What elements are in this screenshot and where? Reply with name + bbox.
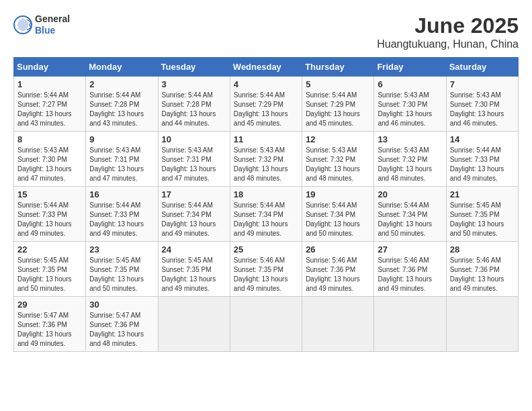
day-info: Sunrise: 5:43 AM Sunset: 7:30 PM Dayligh… <box>17 146 82 183</box>
calendar-cell: 22Sunrise: 5:45 AM Sunset: 7:35 PM Dayli… <box>14 242 86 297</box>
day-number: 2 <box>89 79 154 89</box>
day-number: 28 <box>450 244 515 255</box>
calendar-cell <box>302 297 374 352</box>
calendar-cell: 17Sunrise: 5:44 AM Sunset: 7:34 PM Dayli… <box>158 187 230 242</box>
day-number: 6 <box>378 79 442 89</box>
calendar-cell: 24Sunrise: 5:45 AM Sunset: 7:35 PM Dayli… <box>158 242 230 297</box>
calendar-cell: 9Sunrise: 5:43 AM Sunset: 7:31 PM Daylig… <box>86 132 158 187</box>
day-header-wednesday: Wednesday <box>230 58 302 77</box>
day-number: 24 <box>162 244 226 255</box>
day-info: Sunrise: 5:46 AM Sunset: 7:36 PM Dayligh… <box>378 256 442 293</box>
calendar-cell: 13Sunrise: 5:43 AM Sunset: 7:32 PM Dayli… <box>374 132 446 187</box>
logo-blue: Blue <box>35 25 70 36</box>
day-number: 12 <box>306 134 370 144</box>
calendar-cell <box>230 297 302 352</box>
day-number: 1 <box>17 79 82 89</box>
calendar-cell <box>158 297 230 352</box>
calendar-cell: 15Sunrise: 5:44 AM Sunset: 7:33 PM Dayli… <box>14 187 86 242</box>
day-number: 16 <box>89 189 154 199</box>
day-number: 26 <box>306 244 370 255</box>
calendar-cell: 12Sunrise: 5:43 AM Sunset: 7:32 PM Dayli… <box>302 132 374 187</box>
day-info: Sunrise: 5:46 AM Sunset: 7:35 PM Dayligh… <box>234 256 298 293</box>
day-number: 8 <box>17 134 82 144</box>
day-number: 11 <box>234 134 298 144</box>
day-info: Sunrise: 5:44 AM Sunset: 7:29 PM Dayligh… <box>234 91 298 128</box>
day-info: Sunrise: 5:45 AM Sunset: 7:35 PM Dayligh… <box>450 201 515 238</box>
calendar-week-2: 8Sunrise: 5:43 AM Sunset: 7:30 PM Daylig… <box>14 132 519 187</box>
calendar-cell: 11Sunrise: 5:43 AM Sunset: 7:32 PM Dayli… <box>230 132 302 187</box>
day-number: 10 <box>162 134 226 144</box>
day-number: 13 <box>378 134 442 144</box>
calendar-cell: 23Sunrise: 5:45 AM Sunset: 7:35 PM Dayli… <box>86 242 158 297</box>
title-area: June 2025 Huangtukuang, Hunan, China <box>377 13 519 50</box>
day-info: Sunrise: 5:44 AM Sunset: 7:34 PM Dayligh… <box>306 201 370 238</box>
day-info: Sunrise: 5:43 AM Sunset: 7:30 PM Dayligh… <box>378 91 442 128</box>
calendar-cell <box>374 297 446 352</box>
day-info: Sunrise: 5:43 AM Sunset: 7:32 PM Dayligh… <box>234 146 298 183</box>
calendar-cell: 30Sunrise: 5:47 AM Sunset: 7:36 PM Dayli… <box>86 297 158 352</box>
logo: General Blue <box>13 13 70 36</box>
calendar-cell: 21Sunrise: 5:45 AM Sunset: 7:35 PM Dayli… <box>446 187 518 242</box>
day-info: Sunrise: 5:44 AM Sunset: 7:28 PM Dayligh… <box>162 91 226 128</box>
calendar-cell: 18Sunrise: 5:44 AM Sunset: 7:34 PM Dayli… <box>230 187 302 242</box>
day-number: 7 <box>450 79 515 89</box>
calendar-cell: 1Sunrise: 5:44 AM Sunset: 7:27 PM Daylig… <box>14 77 86 132</box>
day-header-monday: Monday <box>86 58 158 77</box>
day-info: Sunrise: 5:45 AM Sunset: 7:35 PM Dayligh… <box>162 256 226 293</box>
day-info: Sunrise: 5:43 AM Sunset: 7:31 PM Dayligh… <box>89 146 154 183</box>
calendar-cell: 7Sunrise: 5:43 AM Sunset: 7:30 PM Daylig… <box>446 77 518 132</box>
calendar-week-3: 15Sunrise: 5:44 AM Sunset: 7:33 PM Dayli… <box>14 187 519 242</box>
calendar-table: SundayMondayTuesdayWednesdayThursdayFrid… <box>13 57 519 352</box>
calendar-cell: 8Sunrise: 5:43 AM Sunset: 7:30 PM Daylig… <box>14 132 86 187</box>
day-number: 20 <box>378 189 442 199</box>
calendar-cell: 2Sunrise: 5:44 AM Sunset: 7:28 PM Daylig… <box>86 77 158 132</box>
calendar-cell: 4Sunrise: 5:44 AM Sunset: 7:29 PM Daylig… <box>230 77 302 132</box>
day-number: 15 <box>17 189 82 199</box>
day-number: 21 <box>450 189 515 199</box>
calendar-cell: 25Sunrise: 5:46 AM Sunset: 7:35 PM Dayli… <box>230 242 302 297</box>
day-info: Sunrise: 5:44 AM Sunset: 7:34 PM Dayligh… <box>234 201 298 238</box>
day-info: Sunrise: 5:45 AM Sunset: 7:35 PM Dayligh… <box>89 256 154 293</box>
day-number: 17 <box>162 189 226 199</box>
day-info: Sunrise: 5:43 AM Sunset: 7:32 PM Dayligh… <box>306 146 370 183</box>
day-number: 29 <box>17 300 82 310</box>
calendar-cell: 27Sunrise: 5:46 AM Sunset: 7:36 PM Dayli… <box>374 242 446 297</box>
calendar-cell: 20Sunrise: 5:44 AM Sunset: 7:34 PM Dayli… <box>374 187 446 242</box>
day-number: 5 <box>306 79 370 89</box>
day-header-friday: Friday <box>374 58 446 77</box>
day-number: 23 <box>89 244 154 255</box>
day-number: 19 <box>306 189 370 199</box>
day-info: Sunrise: 5:45 AM Sunset: 7:35 PM Dayligh… <box>17 256 82 293</box>
calendar-cell: 28Sunrise: 5:46 AM Sunset: 7:36 PM Dayli… <box>446 242 518 297</box>
day-header-sunday: Sunday <box>14 58 86 77</box>
calendar-cell: 26Sunrise: 5:46 AM Sunset: 7:36 PM Dayli… <box>302 242 374 297</box>
day-info: Sunrise: 5:43 AM Sunset: 7:30 PM Dayligh… <box>450 91 515 128</box>
day-header-thursday: Thursday <box>302 58 374 77</box>
logo-icon <box>13 15 32 34</box>
day-number: 30 <box>89 300 154 310</box>
calendar-cell: 19Sunrise: 5:44 AM Sunset: 7:34 PM Dayli… <box>302 187 374 242</box>
day-info: Sunrise: 5:44 AM Sunset: 7:33 PM Dayligh… <box>17 201 82 238</box>
day-info: Sunrise: 5:44 AM Sunset: 7:33 PM Dayligh… <box>450 146 515 183</box>
day-number: 22 <box>17 244 82 255</box>
day-info: Sunrise: 5:44 AM Sunset: 7:33 PM Dayligh… <box>89 201 154 238</box>
day-header-row: SundayMondayTuesdayWednesdayThursdayFrid… <box>14 58 519 77</box>
calendar-title: June 2025 <box>377 13 519 38</box>
day-number: 4 <box>234 79 298 89</box>
calendar-cell: 3Sunrise: 5:44 AM Sunset: 7:28 PM Daylig… <box>158 77 230 132</box>
day-info: Sunrise: 5:44 AM Sunset: 7:34 PM Dayligh… <box>162 201 226 238</box>
calendar-cell: 6Sunrise: 5:43 AM Sunset: 7:30 PM Daylig… <box>374 77 446 132</box>
day-info: Sunrise: 5:44 AM Sunset: 7:34 PM Dayligh… <box>378 201 442 238</box>
day-info: Sunrise: 5:47 AM Sunset: 7:36 PM Dayligh… <box>17 311 82 349</box>
day-info: Sunrise: 5:43 AM Sunset: 7:31 PM Dayligh… <box>162 146 226 183</box>
day-number: 3 <box>162 79 226 89</box>
day-info: Sunrise: 5:44 AM Sunset: 7:28 PM Dayligh… <box>89 91 154 128</box>
day-info: Sunrise: 5:44 AM Sunset: 7:29 PM Dayligh… <box>306 91 370 128</box>
calendar-cell: 29Sunrise: 5:47 AM Sunset: 7:36 PM Dayli… <box>14 297 86 352</box>
day-number: 14 <box>450 134 515 144</box>
calendar-cell: 16Sunrise: 5:44 AM Sunset: 7:33 PM Dayli… <box>86 187 158 242</box>
calendar-week-5: 29Sunrise: 5:47 AM Sunset: 7:36 PM Dayli… <box>14 297 519 352</box>
logo-general: General <box>35 13 70 25</box>
page-header: General Blue June 2025 Huangtukuang, Hun… <box>13 13 519 50</box>
calendar-cell: 10Sunrise: 5:43 AM Sunset: 7:31 PM Dayli… <box>158 132 230 187</box>
